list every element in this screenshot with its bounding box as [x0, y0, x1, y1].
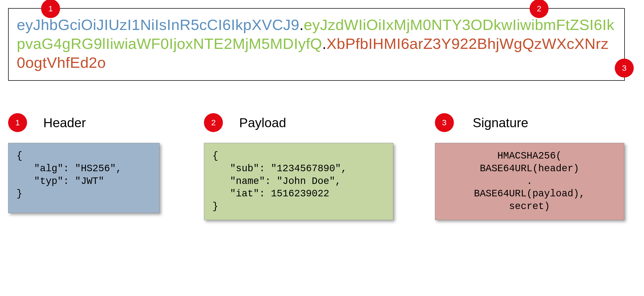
badge-signature-number: 3	[622, 63, 627, 73]
section-payload-title: Payload	[239, 115, 286, 130]
jwt-token-text: eyJhbGciOiJIUzI1NiIsInR5cCI6IkpXVCJ9.eyJ…	[17, 15, 616, 72]
token-header-segment: eyJhbGciOiJIUzI1NiIsInR5cCI6IkpXVCJ9	[17, 16, 299, 33]
jwt-token-container: 1 2 3 eyJhbGciOiJIUzI1NiIsInR5cCI6IkpXVC…	[8, 8, 625, 81]
section-signature-heading: 3 Signature	[435, 113, 639, 132]
section-signature-badge-number: 3	[442, 118, 447, 127]
signature-code-box: HMACSHA256( BASE64URL(header) . BASE64UR…	[435, 143, 624, 220]
section-payload: 2 Payload { "sub": "1234567890", "name":…	[204, 113, 413, 220]
section-header-heading: 1 Header	[8, 113, 182, 132]
payload-code-box: { "sub": "1234567890", "name": "John Doe…	[204, 143, 393, 220]
section-header: 1 Header { "alg": "HS256", "typ": "JWT" …	[8, 113, 182, 213]
section-header-badge: 1	[8, 113, 27, 132]
badge-payload-number: 2	[537, 4, 541, 13]
sections-row: 1 Header { "alg": "HS256", "typ": "JWT" …	[8, 113, 639, 220]
section-payload-badge-number: 2	[211, 118, 216, 127]
token-dot-1: .	[299, 16, 304, 33]
section-header-title: Header	[43, 115, 86, 130]
section-signature-badge: 3	[435, 113, 454, 132]
section-payload-badge: 2	[204, 113, 223, 132]
section-signature-title: Signature	[473, 115, 528, 130]
token-dot-2: .	[322, 35, 326, 52]
badge-header-number: 1	[48, 4, 53, 13]
badge-header: 1	[41, 0, 60, 18]
badge-payload: 2	[530, 0, 549, 18]
section-signature: 3 Signature HMACSHA256( BASE64URL(header…	[435, 113, 639, 220]
header-code-box: { "alg": "HS256", "typ": "JWT" }	[8, 143, 160, 213]
badge-signature: 3	[615, 59, 634, 78]
section-header-badge-number: 1	[15, 118, 20, 127]
section-payload-heading: 2 Payload	[204, 113, 413, 132]
